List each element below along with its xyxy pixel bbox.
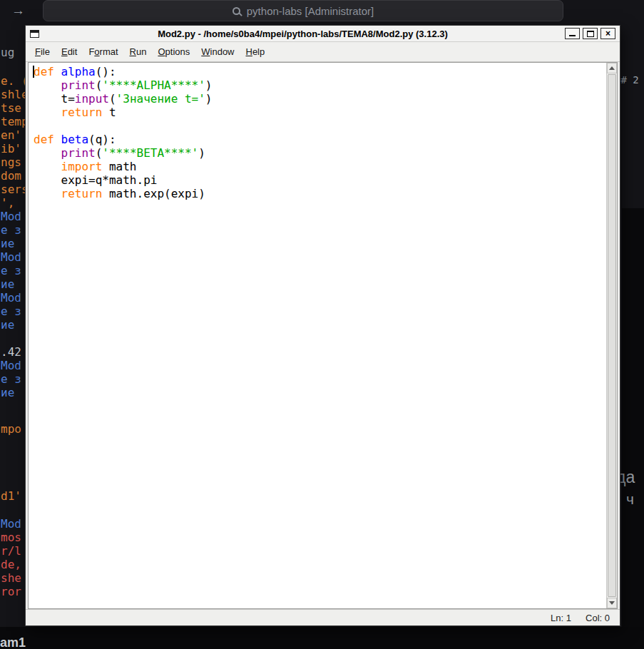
bg-text-fragment: temp	[1, 115, 29, 128]
menu-options[interactable]: Options	[152, 43, 195, 61]
bg-text-fragment: am1	[0, 635, 26, 649]
bg-text-fragment: e. (	[1, 74, 29, 88]
bg-text-fragment: ',	[1, 196, 14, 210]
window-icon	[30, 30, 39, 38]
maximize-button[interactable]	[583, 28, 598, 39]
menu-help[interactable]: Help	[240, 43, 271, 61]
bg-text-fragment: tse	[1, 101, 21, 115]
bg-text-fragment: d1'	[1, 489, 21, 503]
code-line: print('****BETA****')	[34, 146, 605, 160]
code-line: t=input('Значение t=')	[34, 92, 605, 106]
desktop-bottom-strip	[0, 627, 644, 649]
bg-text-fragment: dom	[1, 169, 21, 183]
desktop-right-strip	[622, 208, 644, 627]
code-line: return math.exp(expi)	[34, 187, 605, 200]
close-icon: ×	[605, 29, 610, 38]
bg-text-fragment: ие	[1, 277, 14, 291]
bg-text-fragment: mos	[1, 531, 21, 544]
status-bar: Ln: 1 Col: 0	[26, 609, 620, 625]
code-line: def beta(q):	[34, 133, 605, 146]
bg-text-fragment: shlе	[1, 88, 29, 101]
bg-text-fragment: Mod	[1, 517, 21, 531]
background-window-title: python-labs [Administrator]	[247, 5, 374, 17]
bg-text-fragment: е з	[1, 305, 21, 318]
minimize-icon	[569, 35, 576, 36]
status-col-indicator: Col: 0	[586, 613, 610, 623]
bg-text-fragment: ие	[1, 237, 14, 250]
scrollbar-thumb[interactable]	[608, 74, 616, 597]
code-area[interactable]: def alpha(): print('****ALPHA****') t=in…	[29, 63, 606, 608]
bg-text-fragment: ngs	[1, 155, 21, 169]
code-line: import math	[34, 160, 605, 173]
back-arrow-icon: →	[11, 3, 25, 19]
maximize-icon	[587, 31, 594, 37]
menu-file[interactable]: File	[29, 43, 56, 61]
bg-text-fragment: ч	[626, 491, 634, 508]
bg-text-fragment: Mod	[1, 359, 21, 372]
menu-bar: FileEditFormatRunOptionsWindowHelp	[26, 42, 620, 62]
code-line: expi=q*math.pi	[34, 173, 605, 187]
bg-text-fragment: r/l	[1, 544, 21, 558]
text-cursor	[33, 66, 34, 78]
code-line: return t	[34, 106, 605, 119]
menu-run[interactable]: Run	[124, 43, 153, 61]
bg-text-fragment: ror	[1, 585, 21, 598]
search-icon	[232, 7, 240, 15]
bg-text-fragment: ие	[1, 386, 14, 399]
bg-text-fragment: Mod	[1, 210, 21, 223]
bg-text-fragment: she	[1, 571, 21, 585]
bg-text-fragment: е з	[1, 264, 21, 277]
idle-editor-window: Mod2.py - /home/s0ba4/mpei/python-labs/T…	[25, 25, 620, 626]
window-titlebar[interactable]: Mod2.py - /home/s0ba4/mpei/python-labs/T…	[26, 26, 620, 42]
editor[interactable]: def alpha(): print('****ALPHA****') t=in…	[28, 62, 618, 609]
menu-edit[interactable]: Edit	[56, 43, 83, 61]
code-line	[34, 119, 605, 133]
bg-text-fragment: de,	[1, 558, 21, 571]
background-window-titlebar: python-labs [Administrator]	[43, 0, 563, 21]
status-line-indicator: Ln: 1	[551, 613, 571, 623]
vertical-scrollbar[interactable]	[606, 63, 617, 608]
menu-window[interactable]: Window	[195, 43, 240, 61]
scrollbar-down-button[interactable]	[607, 598, 617, 608]
bg-text-fragment: ие	[1, 318, 14, 332]
close-button[interactable]: ×	[600, 28, 615, 39]
bg-text-fragment: mpo	[1, 422, 21, 436]
bg-text-fragment: ib'	[1, 142, 21, 155]
code-line: def alpha():	[34, 65, 605, 78]
bg-text-fragment: sers	[1, 183, 29, 196]
bg-text-fragment: Mod	[1, 291, 21, 305]
code-line: print('****ALPHA****')	[34, 78, 605, 92]
scrollbar-up-button[interactable]	[607, 63, 617, 73]
minimize-button[interactable]	[565, 28, 580, 39]
menu-format[interactable]: Format	[83, 43, 123, 61]
bg-text-fragment: е з	[1, 372, 21, 386]
bg-text-fragment: .42	[1, 345, 21, 359]
window-title: Mod2.py - /home/s0ba4/mpei/python-labs/T…	[44, 29, 562, 39]
bg-text-fragment: Mod	[1, 250, 21, 264]
bg-text-fragment: en'	[1, 128, 21, 142]
bg-text-fragment: е з	[1, 223, 21, 237]
